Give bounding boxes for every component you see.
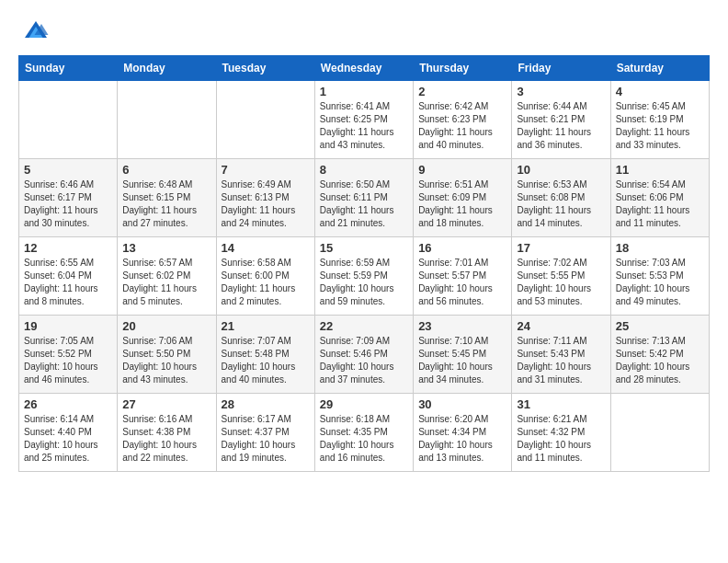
- day-number: 11: [616, 163, 704, 177]
- calendar-cell: 6Sunrise: 6:48 AM Sunset: 6:15 PM Daylig…: [118, 159, 216, 237]
- header-row: SundayMondayTuesdayWednesdayThursdayFrid…: [19, 56, 710, 81]
- calendar-cell: 24Sunrise: 7:11 AM Sunset: 5:43 PM Dayli…: [512, 316, 610, 394]
- day-number: 27: [122, 397, 210, 411]
- calendar-cell: 15Sunrise: 6:59 AM Sunset: 5:59 PM Dayli…: [314, 237, 413, 316]
- calendar-cell: 28Sunrise: 6:17 AM Sunset: 4:37 PM Dayli…: [216, 394, 314, 472]
- day-info: Sunrise: 6:54 AM Sunset: 6:06 PM Dayligh…: [616, 178, 704, 230]
- calendar-cell: 13Sunrise: 6:57 AM Sunset: 6:02 PM Dayli…: [118, 237, 216, 316]
- day-number: 18: [616, 241, 704, 255]
- day-info: Sunrise: 6:17 AM Sunset: 4:37 PM Dayligh…: [222, 413, 310, 465]
- calendar-cell: 10Sunrise: 6:53 AM Sunset: 6:08 PM Dayli…: [512, 159, 610, 237]
- day-info: Sunrise: 6:49 AM Sunset: 6:13 PM Dayligh…: [222, 178, 310, 230]
- calendar-cell: [216, 81, 314, 159]
- day-number: 30: [418, 397, 506, 411]
- day-number: 4: [616, 85, 704, 98]
- calendar-cell: 29Sunrise: 6:18 AM Sunset: 4:35 PM Dayli…: [314, 394, 413, 472]
- day-header-sunday: Sunday: [19, 56, 118, 81]
- calendar-cell: 4Sunrise: 6:45 AM Sunset: 6:19 PM Daylig…: [610, 81, 709, 159]
- calendar-cell: 12Sunrise: 6:55 AM Sunset: 6:04 PM Dayli…: [19, 237, 118, 316]
- calendar-cell: 1Sunrise: 6:41 AM Sunset: 6:25 PM Daylig…: [314, 81, 413, 159]
- day-info: Sunrise: 6:48 AM Sunset: 6:15 PM Dayligh…: [122, 178, 210, 230]
- calendar-cell: 7Sunrise: 6:49 AM Sunset: 6:13 PM Daylig…: [216, 159, 314, 237]
- week-row-4: 26Sunrise: 6:14 AM Sunset: 4:40 PM Dayli…: [19, 394, 710, 472]
- week-row-1: 5Sunrise: 6:46 AM Sunset: 6:17 PM Daylig…: [19, 159, 710, 237]
- day-number: 2: [418, 85, 506, 98]
- calendar-cell: 3Sunrise: 6:44 AM Sunset: 6:21 PM Daylig…: [512, 81, 610, 159]
- day-info: Sunrise: 6:16 AM Sunset: 4:38 PM Dayligh…: [122, 413, 210, 465]
- day-number: 29: [320, 397, 408, 411]
- day-info: Sunrise: 6:42 AM Sunset: 6:23 PM Dayligh…: [418, 100, 506, 152]
- day-header-saturday: Saturday: [610, 56, 709, 81]
- calendar-cell: 11Sunrise: 6:54 AM Sunset: 6:06 PM Dayli…: [610, 159, 709, 237]
- calendar-cell: 5Sunrise: 6:46 AM Sunset: 6:17 PM Daylig…: [19, 159, 118, 237]
- day-info: Sunrise: 6:57 AM Sunset: 6:02 PM Dayligh…: [122, 257, 210, 308]
- day-number: 7: [222, 163, 310, 177]
- calendar-cell: 26Sunrise: 6:14 AM Sunset: 4:40 PM Dayli…: [19, 394, 118, 472]
- calendar-cell: 31Sunrise: 6:21 AM Sunset: 4:32 PM Dayli…: [512, 394, 610, 472]
- day-info: Sunrise: 7:05 AM Sunset: 5:52 PM Dayligh…: [24, 335, 112, 386]
- day-number: 12: [24, 241, 112, 255]
- day-number: 16: [418, 241, 506, 255]
- day-number: 17: [517, 241, 605, 255]
- week-row-0: 1Sunrise: 6:41 AM Sunset: 6:25 PM Daylig…: [19, 81, 710, 159]
- calendar-cell: [610, 394, 709, 472]
- day-number: 19: [24, 319, 112, 333]
- calendar-cell: [19, 81, 118, 159]
- calendar-cell: 25Sunrise: 7:13 AM Sunset: 5:42 PM Dayli…: [610, 316, 709, 394]
- week-row-2: 12Sunrise: 6:55 AM Sunset: 6:04 PM Dayli…: [19, 237, 710, 316]
- calendar-cell: 21Sunrise: 7:07 AM Sunset: 5:48 PM Dayli…: [216, 316, 314, 394]
- day-number: 14: [222, 241, 310, 255]
- day-info: Sunrise: 7:06 AM Sunset: 5:50 PM Dayligh…: [122, 335, 210, 386]
- day-info: Sunrise: 6:14 AM Sunset: 4:40 PM Dayligh…: [24, 413, 112, 465]
- day-header-friday: Friday: [512, 56, 610, 81]
- day-number: 26: [24, 397, 112, 411]
- calendar-cell: 19Sunrise: 7:05 AM Sunset: 5:52 PM Dayli…: [19, 316, 118, 394]
- day-number: 25: [616, 319, 704, 333]
- day-info: Sunrise: 7:02 AM Sunset: 5:55 PM Dayligh…: [517, 257, 605, 308]
- day-info: Sunrise: 7:01 AM Sunset: 5:57 PM Dayligh…: [418, 257, 506, 308]
- day-info: Sunrise: 6:18 AM Sunset: 4:35 PM Dayligh…: [320, 413, 408, 465]
- day-info: Sunrise: 6:59 AM Sunset: 5:59 PM Dayligh…: [320, 257, 408, 308]
- day-info: Sunrise: 6:20 AM Sunset: 4:34 PM Dayligh…: [418, 413, 506, 465]
- calendar-cell: 16Sunrise: 7:01 AM Sunset: 5:57 PM Dayli…: [414, 237, 512, 316]
- day-info: Sunrise: 6:41 AM Sunset: 6:25 PM Dayligh…: [320, 100, 408, 152]
- day-info: Sunrise: 6:58 AM Sunset: 6:00 PM Dayligh…: [222, 257, 310, 308]
- day-number: 28: [222, 397, 310, 411]
- day-info: Sunrise: 6:50 AM Sunset: 6:11 PM Dayligh…: [320, 178, 408, 230]
- calendar-cell: 9Sunrise: 6:51 AM Sunset: 6:09 PM Daylig…: [414, 159, 512, 237]
- day-number: 20: [122, 319, 210, 333]
- calendar-cell: 30Sunrise: 6:20 AM Sunset: 4:34 PM Dayli…: [414, 394, 512, 472]
- day-number: 23: [418, 319, 506, 333]
- day-info: Sunrise: 6:46 AM Sunset: 6:17 PM Dayligh…: [24, 178, 112, 230]
- day-number: 3: [517, 85, 605, 98]
- day-info: Sunrise: 6:55 AM Sunset: 6:04 PM Dayligh…: [24, 257, 112, 308]
- day-number: 24: [517, 319, 605, 333]
- day-number: 10: [517, 163, 605, 177]
- day-number: 13: [122, 241, 210, 255]
- day-info: Sunrise: 7:09 AM Sunset: 5:46 PM Dayligh…: [320, 335, 408, 386]
- page: SundayMondayTuesdayWednesdayThursdayFrid…: [0, 0, 728, 481]
- day-info: Sunrise: 7:03 AM Sunset: 5:53 PM Dayligh…: [616, 257, 704, 308]
- calendar-cell: 27Sunrise: 6:16 AM Sunset: 4:38 PM Dayli…: [118, 394, 216, 472]
- day-header-wednesday: Wednesday: [314, 56, 413, 81]
- day-info: Sunrise: 7:13 AM Sunset: 5:42 PM Dayligh…: [616, 335, 704, 386]
- day-info: Sunrise: 7:11 AM Sunset: 5:43 PM Dayligh…: [517, 335, 605, 386]
- day-number: 21: [222, 319, 310, 333]
- day-info: Sunrise: 6:53 AM Sunset: 6:08 PM Dayligh…: [517, 178, 605, 230]
- day-info: Sunrise: 7:07 AM Sunset: 5:48 PM Dayligh…: [222, 335, 310, 386]
- day-info: Sunrise: 6:45 AM Sunset: 6:19 PM Dayligh…: [616, 100, 704, 152]
- day-number: 6: [122, 163, 210, 177]
- logo: [18, 18, 50, 46]
- day-info: Sunrise: 6:44 AM Sunset: 6:21 PM Dayligh…: [517, 100, 605, 152]
- calendar-cell: 2Sunrise: 6:42 AM Sunset: 6:23 PM Daylig…: [414, 81, 512, 159]
- header: [18, 18, 710, 46]
- calendar-cell: 14Sunrise: 6:58 AM Sunset: 6:00 PM Dayli…: [216, 237, 314, 316]
- day-number: 15: [320, 241, 408, 255]
- calendar-cell: 22Sunrise: 7:09 AM Sunset: 5:46 PM Dayli…: [314, 316, 413, 394]
- day-header-tuesday: Tuesday: [216, 56, 314, 81]
- day-info: Sunrise: 6:51 AM Sunset: 6:09 PM Dayligh…: [418, 178, 506, 230]
- calendar-cell: 18Sunrise: 7:03 AM Sunset: 5:53 PM Dayli…: [610, 237, 709, 316]
- week-row-3: 19Sunrise: 7:05 AM Sunset: 5:52 PM Dayli…: [19, 316, 710, 394]
- day-info: Sunrise: 6:21 AM Sunset: 4:32 PM Dayligh…: [517, 413, 605, 465]
- day-number: 1: [320, 85, 408, 98]
